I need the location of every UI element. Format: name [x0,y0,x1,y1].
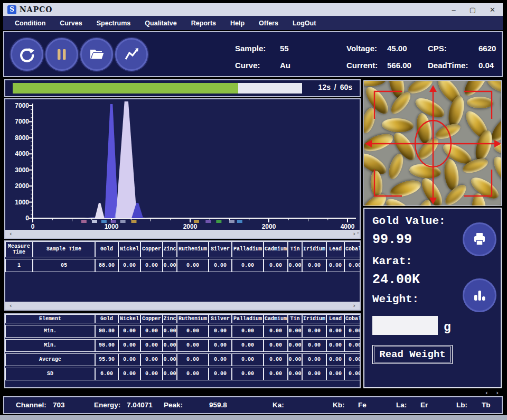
table-row[interactable]: Average95.900.000.000.000.000.000.000.00… [5,353,360,366]
table-cell: 0.00 [118,325,140,338]
maximize-button[interactable]: ▢ [470,6,476,14]
menu-qualitative[interactable]: Qualitatve [145,20,176,27]
table-cell: 0.00 [177,353,209,366]
scroll-left-icon[interactable]: ‹ [485,389,488,396]
table-cell: 0.00 [302,325,326,338]
table-cell: 0.00 [209,339,232,352]
svg-text:4000: 4000 [15,150,29,157]
menu-reports[interactable]: Reports [191,20,216,27]
title-bar: S NAPCO – ▢ ✕ [3,3,503,16]
table-row[interactable]: 10588.000.000.000.000.000.000.000.000.00… [5,259,360,272]
progress-separator: / [334,83,336,91]
right-panel-scrollbar[interactable]: ‹ › [363,389,502,396]
menu-curves[interactable]: Curves [60,20,82,27]
table-cell: 0.00 [118,259,140,272]
column-header: Cadmium [264,241,288,257]
scroll-left-icon[interactable]: ‹ [10,302,12,309]
print-button[interactable] [463,222,496,256]
open-file-button[interactable] [80,38,113,71]
scroll-right-icon[interactable]: › [496,389,499,396]
window-title: NAPCO [20,5,53,14]
menu-spectrums[interactable]: Spectrums [97,20,131,27]
table-row[interactable]: SD6.000.000.000.000.000.000.000.000.000.… [5,368,360,380]
statistics-button[interactable] [463,278,496,312]
results-table-panel: Measure TimeSample TimeGoldNickelCopperZ… [4,240,361,311]
table-cell: 0.00 [140,325,163,338]
table-cell: 0.00 [163,353,177,366]
table-cell: 05 [33,259,95,272]
svg-text:7000: 7000 [15,102,29,109]
column-header: Nickel [118,241,140,257]
weight-unit: g [444,321,451,334]
kb-value: Fe [358,401,367,409]
menu-offers[interactable]: Offers [259,20,278,27]
column-header: Gold [95,314,118,323]
table-row[interactable]: Min.98.800.000.000.000.000.000.000.000.0… [5,325,360,338]
printer-icon [471,231,488,248]
sample-value: 55 [280,44,289,53]
read-weight-button[interactable]: Read Weight [372,345,453,364]
la-label: La: [396,401,407,409]
bar-chart-icon [471,287,488,304]
pause-button[interactable] [45,38,78,71]
camera-view [363,80,502,206]
table-cell: 0.00 [232,325,264,338]
table-cell: 6.00 [95,368,118,380]
energy-label: Energy: [94,401,120,409]
stats-table-panel: ElementGoldNickelCopperZincRutheniumSilv… [4,313,361,388]
pause-icon [54,46,70,62]
spectrum-chart-icon [123,45,140,63]
menu-help[interactable]: Help [230,20,245,27]
column-header: Ruthenium [177,241,209,257]
column-header: Copper [140,314,163,323]
svg-text:8000: 8000 [15,134,29,142]
column-header: Measure Time [5,241,33,257]
channel-value: 703 [53,401,65,409]
table-cell: 0.00 [264,339,288,352]
column-header: Silver [209,241,232,257]
progress-fill [13,83,238,94]
minimize-button[interactable]: – [452,6,456,14]
scroll-left-icon[interactable]: ‹ [10,230,12,237]
table-cell: 95.90 [95,353,118,366]
sample-label: Sample: [235,44,266,53]
results-scrollbar[interactable]: ‹ › [5,302,360,310]
gold-value-label: Gold Value: [372,215,446,227]
menu-condition[interactable]: Condition [15,20,45,27]
curve-value: Au [280,61,290,70]
weight-input[interactable] [372,316,438,335]
svg-text:2000: 2000 [15,182,29,190]
current-value: 566.00 [387,61,411,70]
column-header: Gold [95,241,118,257]
table-cell: 0.00 [344,259,361,272]
current-label: Current: [346,61,378,70]
table-cell: 0.00 [118,339,140,352]
results-table: Measure TimeSample TimeGoldNickelCopperZ… [5,241,360,272]
close-button[interactable]: ✕ [490,6,495,14]
voltage-value: 45.00 [387,44,407,53]
table-cell: 0.00 [264,325,288,338]
scroll-right-icon[interactable]: › [353,230,355,237]
svg-text:0: 0 [31,223,35,230]
scroll-right-icon[interactable]: › [353,302,355,309]
column-header: Tin [288,241,302,257]
column-header: Lead [326,241,344,257]
start-measure-button[interactable] [11,38,43,71]
table-cell: 0.00 [232,353,264,366]
show-spectrum-button[interactable] [115,38,148,71]
column-header: Lead [326,314,344,323]
table-cell: 0.00 [344,339,361,352]
karat-label: Karat: [372,255,412,267]
menu-logout[interactable]: LogOut [293,20,316,27]
column-header: Nickel [118,314,140,323]
table-cell: 98.80 [95,325,118,338]
weight-label: Weight: [372,293,419,305]
table-row[interactable]: Min.98.000.000.000.000.000.000.000.000.0… [5,339,360,352]
scroll-down-icon[interactable]: ˅ [357,232,360,237]
table-cell: 0.00 [118,368,140,380]
deadtime-value: 0.04 [478,61,494,70]
progress-total: 60s [340,83,352,91]
chart-scrollbar[interactable]: ‹ › [5,230,360,238]
table-cell: 0.00 [209,353,232,366]
progress-track [13,83,302,94]
